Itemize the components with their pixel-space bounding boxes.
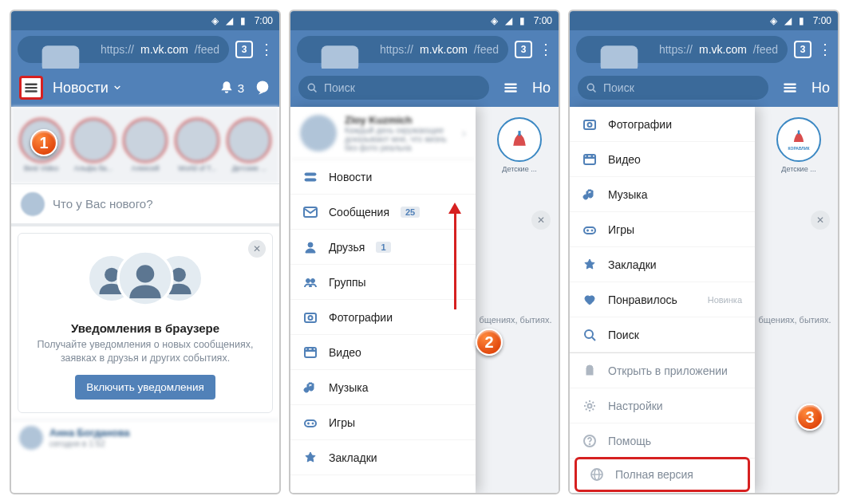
tabs-button[interactable]: 3 (794, 41, 811, 58)
card-hero (31, 243, 259, 313)
menu-item-power[interactable]: Выход (570, 492, 755, 493)
search-icon (306, 82, 318, 93)
menu-item-games[interactable]: Игры (570, 212, 755, 247)
menu-item-help[interactable]: Помощь (570, 423, 755, 459)
hamburger-icon[interactable] (19, 76, 43, 100)
close-icon[interactable]: ✕ (531, 211, 551, 230)
story-item: World of T... (174, 118, 221, 172)
video-icon (303, 345, 318, 360)
gear-icon (582, 399, 597, 413)
search-input[interactable]: Поиск (578, 76, 768, 100)
messages-button[interactable] (254, 79, 271, 96)
tabs-button[interactable]: 3 (515, 41, 532, 58)
browser-url-bar[interactable]: https://m.vk.com/feed 3 ⋮ (11, 30, 279, 69)
menu-item-label: Группы (329, 276, 366, 289)
news-icon (303, 170, 318, 184)
menu-item-label: Друзья (329, 241, 365, 254)
close-icon[interactable]: ✕ (811, 211, 830, 230)
menu-item-label: Игры (329, 416, 355, 429)
url-pill[interactable]: https://m.vk.com/feed (18, 36, 229, 63)
bell-icon (219, 80, 235, 96)
page-title-peek: Но (532, 80, 551, 96)
tabs-button[interactable]: 3 (235, 41, 253, 58)
games-icon (303, 415, 318, 430)
post-composer[interactable]: Что у Вас нового? (11, 183, 279, 226)
wifi-icon: ◈ (211, 15, 223, 26)
menu-item-video[interactable]: Видео (570, 142, 755, 177)
dimmed-backdrop: КОРАБЛИКДетские ... ✕ бщениях, бытиях. (755, 107, 838, 493)
menu-item-android[interactable]: Открыть в приложении (570, 353, 755, 388)
vk-header: Поиск Но (570, 69, 838, 107)
browser-menu-icon[interactable]: ⋮ (259, 41, 273, 58)
annotation-arrow (448, 203, 461, 309)
browser-url-bar[interactable]: https://m.vk.com/feed 3 ⋮ (570, 30, 838, 69)
menu-item-music[interactable]: Музыка (570, 177, 755, 212)
menu-item-video[interactable]: Видео (290, 335, 476, 370)
browser-url-bar[interactable]: https://m.vk.com/feed 3 ⋮ (290, 30, 559, 69)
menu-item-label: Фотографии (608, 118, 672, 131)
menu-item-gear[interactable]: Настройки (570, 388, 755, 423)
like-icon (582, 293, 597, 307)
menu-item-search[interactable]: Поиск (570, 317, 755, 352)
android-icon (582, 364, 597, 378)
menu-item-bookmarks[interactable]: Закладки (570, 247, 755, 282)
story-item: Алексей (121, 118, 168, 172)
video-icon (582, 152, 597, 167)
annotation-step-2: 2 (476, 329, 503, 356)
menu-item-globe[interactable]: Полная версия (575, 457, 750, 492)
menu-item-news[interactable]: Новости (290, 159, 476, 195)
groups-icon (303, 275, 318, 289)
story-item[interactable]: Детские ... (495, 107, 560, 183)
hamburger-icon[interactable] (778, 76, 802, 100)
bookmarks-icon (582, 258, 597, 272)
dimmed-backdrop: Детские ... ✕ бщениях, бытиях. (476, 107, 559, 493)
games-icon (582, 222, 597, 237)
menu-item-music[interactable]: Музыка (290, 370, 476, 405)
menu-item-label: Новости (329, 171, 372, 183)
main-menu-drawer: Фотографии Видео Музыка Игры Закладки По… (570, 107, 755, 493)
avatar (21, 192, 45, 216)
status-time: 7:00 (255, 15, 273, 26)
battery-icon: ▮ (240, 15, 251, 26)
notification-card: ✕ Уведомления в браузере Получайте уведо… (18, 233, 273, 413)
menu-item-games[interactable]: Игры (290, 405, 476, 440)
menu-item-like[interactable]: ПонравилосьНовинка (570, 282, 755, 317)
card-desc: Получайте уведомления о новых сообщениях… (31, 338, 259, 365)
menu-item-label: Музыка (329, 381, 369, 394)
badge: 25 (401, 207, 420, 218)
menu-item-label: Полная версия (615, 468, 693, 481)
menu-item-label: Видео (608, 153, 641, 166)
vk-header: Поиск Но (290, 69, 559, 107)
browser-menu-icon[interactable]: ⋮ (818, 41, 831, 58)
vk-header: Новости 3 (11, 69, 279, 107)
menu-item-label: Закладки (329, 451, 377, 464)
avatar (19, 426, 43, 450)
enable-notifications-button[interactable]: Включить уведомления (75, 375, 215, 400)
search-input[interactable]: Поиск (298, 76, 489, 100)
page-title[interactable]: Новости (53, 80, 122, 96)
help-icon (582, 434, 597, 448)
search-icon (586, 82, 597, 93)
browser-menu-icon[interactable]: ⋮ (539, 41, 552, 58)
story-item[interactable]: КОРАБЛИКДетские ... (774, 107, 839, 183)
msg-icon (303, 205, 318, 219)
feed-item[interactable]: Анна Богданова сегодня в 1:52 (11, 419, 279, 456)
screenshot-3: ◈◢▮ 7:00 https://m.vk.com/feed 3 ⋮ Поиск… (568, 10, 839, 494)
menu-item-label: Сообщения (329, 206, 389, 219)
bookmarks-icon (303, 451, 318, 465)
composer-placeholder: Что у Вас нового? (53, 197, 153, 211)
notifications-button[interactable]: 3 (219, 80, 244, 96)
menu-item-photos[interactable]: Фотографии (570, 107, 755, 142)
bubble-icon (254, 79, 271, 96)
menu-item-label: Фотографии (329, 311, 393, 324)
profile-cell[interactable]: Zloy KuzmichКаждый день окружающие доказ… (290, 107, 476, 159)
hamburger-icon[interactable] (499, 76, 523, 100)
card-title: Уведомления в браузере (31, 321, 259, 335)
svg-rect-30 (518, 131, 520, 136)
menu-item-label: Закладки (608, 258, 657, 271)
menu-item-label: Поиск (608, 329, 639, 341)
menu-item-bookmarks[interactable]: Закладки (290, 440, 476, 475)
close-icon[interactable]: ✕ (248, 240, 266, 258)
menu-item-label: Музыка (608, 188, 648, 201)
annotation-step-1: 1 (30, 129, 57, 156)
